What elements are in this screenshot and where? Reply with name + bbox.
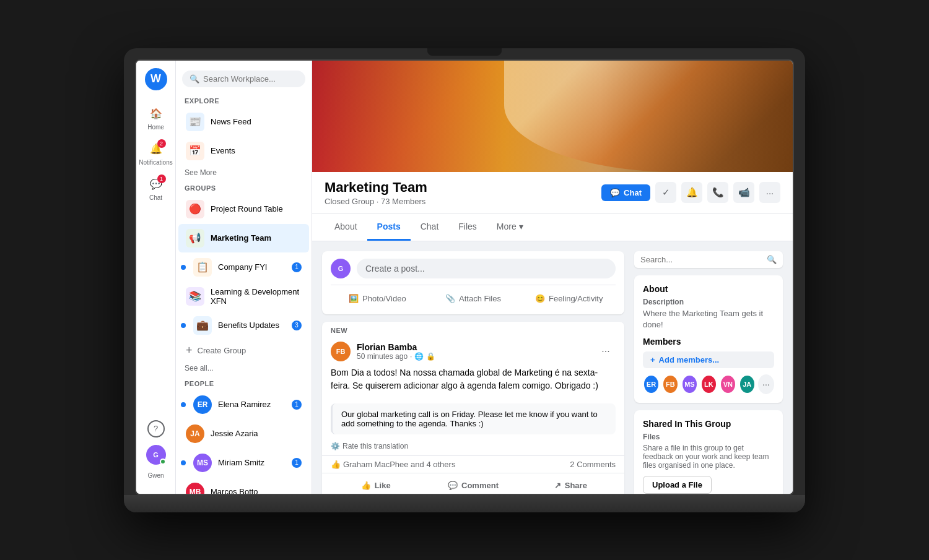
tab-more[interactable]: More ▾ (487, 214, 533, 241)
comment-label-0: Comment (461, 481, 499, 490)
sidebar-item-person-1[interactable]: JA Jessie Azaria (178, 420, 309, 448)
lock-icon: 🔒 (426, 352, 435, 361)
upload-file-button[interactable]: Upload a File (643, 476, 712, 494)
tab-files[interactable]: Files (448, 214, 487, 241)
sidebar-item-person-0[interactable]: ER Elena Ramirez 1 (178, 390, 309, 419)
attach-label: Attach Files (459, 294, 501, 303)
chat-badge: 1 (157, 174, 166, 183)
group-actions: 💬 Chat ✓ 🔔 📞 📹 ··· (601, 182, 780, 203)
person-1-name: Jessie Azaria (211, 429, 302, 438)
group-4-icon: 💼 (193, 316, 212, 335)
check-button[interactable]: ✓ (655, 182, 676, 203)
attach-files-btn[interactable]: 📎 Attach Files (427, 290, 520, 307)
see-all-groups[interactable]: See all... (176, 361, 312, 375)
main-content: Marketing Team Closed Group · 73 Members… (312, 61, 793, 494)
post-reaction-btns-0: 👍 Like 💬 Comment ↗ Share (322, 473, 624, 494)
tab-chat[interactable]: Chat (411, 214, 449, 241)
search-icon: 🔍 (190, 74, 199, 84)
like-label-0: Like (375, 481, 391, 490)
more-members-button[interactable]: ··· (758, 374, 774, 394)
right-search-input[interactable] (640, 255, 763, 264)
feeling-btn[interactable]: 😊 Feeling/Activity (522, 290, 616, 307)
groups-section-label: GROUPS (176, 179, 312, 194)
more-actions-button[interactable]: ··· (759, 182, 780, 203)
right-sidebar: 🔍 About Description Where the Marketing … (634, 251, 783, 494)
help-icon[interactable]: ? (147, 420, 165, 437)
sidebar-item-newsfeed[interactable]: 📰 News Feed (178, 108, 309, 136)
person-2-avatar: MS (193, 454, 212, 472)
settings-icon: ⚙️ (331, 442, 340, 450)
sidebar-item-group-2[interactable]: 📋 Company FYI 1 (178, 253, 309, 282)
feeling-label: Feeling/Activity (549, 294, 603, 303)
bell-button[interactable]: 🔔 (681, 182, 702, 203)
share-icon: ↗ (554, 481, 561, 490)
sidebar-item-group-4[interactable]: 💼 Benefits Updates 3 (178, 311, 309, 340)
user-avatar-container[interactable]: G (146, 445, 166, 465)
events-label: Events (211, 146, 302, 155)
right-search-icon: 🔍 (767, 255, 777, 264)
comment-icon: 💬 (448, 481, 458, 490)
phone-button[interactable]: 📞 (707, 182, 728, 203)
tab-about[interactable]: About (325, 214, 367, 241)
create-group-btn[interactable]: + Create Group (178, 340, 309, 361)
home-icon: 🏠 (147, 105, 165, 123)
about-title: About (643, 284, 774, 294)
people-section-label: PEOPLE (176, 375, 312, 390)
nav-item-chat[interactable]: 💬 1 Chat (136, 171, 175, 206)
group-2-icon: 📋 (193, 258, 212, 277)
like-btn-0[interactable]: 👍 Like (327, 476, 424, 494)
files-label: Files (643, 433, 774, 441)
create-post-input[interactable]: Create a post... (357, 259, 616, 278)
member-avatar-5: JA (739, 374, 756, 394)
person-0-badge: 1 (292, 400, 302, 410)
rate-translation-label: Rate this translation (342, 442, 408, 450)
group-0-name: Project Round Table (211, 204, 302, 213)
laptop-base (124, 495, 805, 512)
create-post-box: G Create a post... 🖼️ Photo/Video 📎 (322, 251, 624, 314)
post-author-name-0[interactable]: Florian Bamba (357, 342, 590, 352)
sidebar-item-person-3[interactable]: MB Marcos Botto (178, 478, 309, 494)
see-more-explore[interactable]: See More (176, 166, 312, 179)
person-0-avatar: ER (193, 395, 212, 414)
person-3-name: Marcos Botto (211, 487, 302, 494)
comments-count-0[interactable]: 2 Comments (570, 460, 616, 469)
post-new-label: NEW (322, 322, 624, 334)
photo-video-btn[interactable]: 🖼️ Photo/Video (331, 290, 424, 307)
notifications-icon: 🔔 2 (147, 140, 165, 158)
nav-item-home[interactable]: 🏠 Home (136, 100, 175, 136)
chat-button[interactable]: 💬 Chat (601, 184, 650, 201)
comment-btn-0[interactable]: 💬 Comment (424, 476, 521, 494)
sidebar-item-group-1[interactable]: 📢 Marketing Team (178, 224, 309, 252)
member-avatars-list: ER FB MS LK VN JA ··· (643, 374, 774, 394)
post-meta-0: 50 minutes ago · 🌐 🔒 (357, 352, 590, 361)
sidebar: 🔍 EXPLORE 📰 News Feed 📅 Events See More … (176, 61, 312, 494)
online-indicator (160, 459, 166, 465)
share-btn-0[interactable]: ↗ Share (522, 476, 619, 494)
sidebar-item-person-2[interactable]: MS Miriam Smitz 1 (178, 449, 309, 477)
group-info-bar: Marketing Team Closed Group · 73 Members… (312, 172, 793, 214)
add-members-label: Add members... (659, 355, 720, 364)
post-more-btn-0[interactable]: ··· (596, 342, 616, 361)
sidebar-item-group-0[interactable]: 🔴 Project Round Table (178, 195, 309, 223)
video-button[interactable]: 📹 (733, 182, 754, 203)
explore-section-label: EXPLORE (176, 92, 312, 107)
sidebar-item-events[interactable]: 📅 Events (178, 137, 309, 165)
nav-item-notifications[interactable]: 🔔 2 Notifications (136, 136, 175, 171)
tab-posts[interactable]: Posts (367, 214, 411, 241)
chat-label: Chat (149, 194, 162, 201)
post-author-info-0: Florian Bamba 50 minutes ago · 🌐 🔒 (357, 342, 590, 361)
sidebar-item-group-3[interactable]: 📚 Learning & Development XFN (178, 282, 309, 311)
post-body-original-0: Bom Dia a todos! Na nossa chamada global… (322, 366, 624, 398)
search-input[interactable] (203, 74, 298, 84)
group-title-section: Marketing Team Closed Group · 73 Members (325, 179, 427, 206)
search-box[interactable]: 🔍 (182, 71, 305, 87)
newsfeed-label: News Feed (211, 117, 302, 126)
add-icon: + (650, 355, 655, 364)
add-members-button[interactable]: + Add members... (643, 351, 774, 368)
events-icon: 📅 (186, 142, 204, 160)
member-avatar-1: FB (662, 374, 679, 394)
home-label: Home (147, 124, 164, 131)
posts-column: G Create a post... 🖼️ Photo/Video 📎 (322, 251, 624, 494)
create-post-top: G Create a post... (331, 259, 616, 278)
right-search-box[interactable]: 🔍 (634, 251, 783, 268)
